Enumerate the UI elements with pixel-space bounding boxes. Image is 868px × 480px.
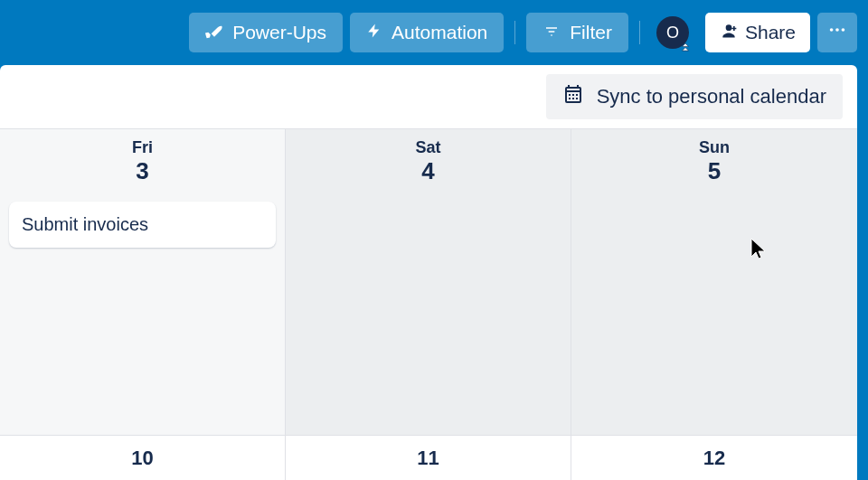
- share-button[interactable]: Share: [705, 13, 810, 52]
- calendar-day-cell[interactable]: 10: [0, 436, 286, 480]
- calendar-grid: Fri 3 Submit invoices Sat 4 Sun 5: [0, 128, 857, 435]
- calendar-view: Sync to personal calendar Fri 3 Submit i…: [0, 65, 857, 480]
- day-name: Fri: [0, 138, 285, 157]
- day-number: 12: [703, 447, 725, 470]
- sync-calendar-label: Sync to personal calendar: [597, 85, 826, 108]
- sync-calendar-button[interactable]: Sync to personal calendar: [546, 74, 843, 119]
- day-number: 5: [571, 157, 857, 185]
- card-title: Submit invoices: [22, 214, 148, 234]
- calendar-icon: [562, 83, 584, 110]
- day-number: 3: [0, 157, 285, 185]
- day-header: Sun 5: [571, 138, 857, 185]
- chevron-up-double-icon: [679, 39, 692, 52]
- day-number: 4: [286, 157, 571, 185]
- calendar-day-cell[interactable]: Sat 4: [286, 129, 571, 435]
- calendar-day-cell[interactable]: Sun 5: [571, 129, 857, 435]
- day-name: Sat: [286, 138, 571, 157]
- header-divider: [514, 21, 515, 44]
- svg-point-1: [835, 28, 839, 32]
- calendar-day-cell[interactable]: Fri 3 Submit invoices: [0, 129, 286, 435]
- filter-button[interactable]: Filter: [526, 13, 628, 52]
- automation-button[interactable]: Automation: [350, 13, 504, 52]
- lightning-icon: [366, 22, 382, 44]
- calendar-day-cell[interactable]: 12: [571, 436, 857, 480]
- svg-point-2: [842, 28, 845, 32]
- day-number: 11: [417, 447, 439, 470]
- avatar[interactable]: O: [656, 16, 689, 49]
- filter-label: Filter: [570, 22, 612, 43]
- day-header: Fri 3: [0, 138, 285, 185]
- avatar-initial: O: [666, 24, 679, 42]
- filter-icon: [542, 22, 561, 43]
- header-divider: [639, 21, 640, 44]
- calendar-next-row: 10 11 12: [0, 435, 857, 480]
- calendar-day-cell[interactable]: 11: [286, 436, 571, 480]
- automation-label: Automation: [392, 22, 487, 43]
- power-ups-label: Power-Ups: [232, 22, 326, 43]
- day-name: Sun: [571, 138, 857, 157]
- share-label: Share: [745, 22, 796, 43]
- power-ups-button[interactable]: Power-Ups: [189, 13, 343, 52]
- user-plus-icon: [720, 22, 738, 44]
- calendar-card[interactable]: Submit invoices: [9, 202, 276, 248]
- ellipsis-icon: [827, 20, 847, 45]
- calendar-toolbar: Sync to personal calendar: [0, 65, 857, 128]
- svg-point-0: [830, 28, 834, 32]
- day-header: Sat 4: [286, 138, 571, 185]
- more-menu-button[interactable]: [817, 13, 857, 52]
- board-header: Power-Ups Automation Filter O Share: [0, 0, 868, 65]
- rocket-icon: [205, 22, 223, 44]
- day-number: 10: [131, 447, 153, 470]
